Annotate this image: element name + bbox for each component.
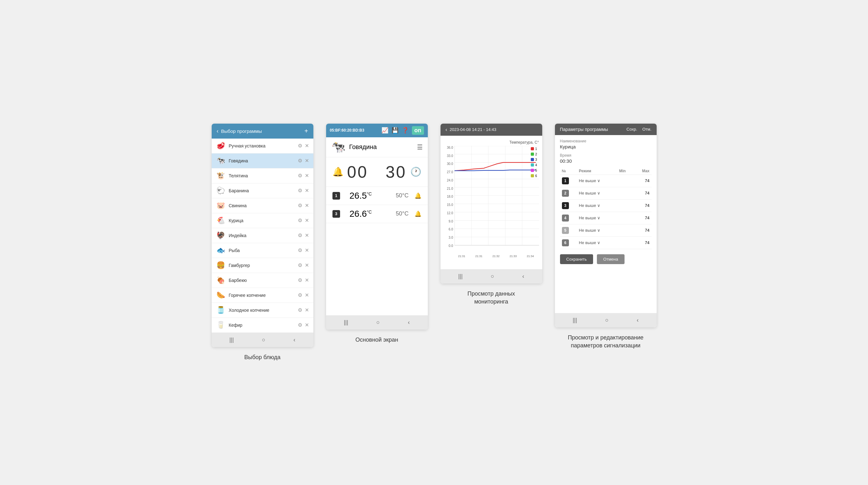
food-name-chicken: Курица — [229, 218, 294, 223]
row2-mode[interactable]: Не выше ∨ — [579, 191, 615, 195]
add-program-button[interactable]: + — [305, 127, 308, 135]
save-icon[interactable]: 💾 — [392, 127, 399, 134]
on-badge[interactable]: on — [412, 126, 424, 135]
save-button[interactable]: Сохранить — [560, 254, 593, 264]
gear-icon-cold-smoke[interactable]: ⚙ — [298, 307, 302, 313]
gear-icon-lamb[interactable]: ⚙ — [298, 187, 302, 193]
close-icon-kefir[interactable]: ✕ — [305, 322, 309, 328]
gear-icon-beef[interactable]: ⚙ — [298, 158, 302, 164]
legend-item-6: 6 — [531, 174, 537, 178]
help-icon[interactable]: ❓ — [402, 127, 409, 134]
gear-icon-fish[interactable]: ⚙ — [298, 247, 302, 253]
screen2-bottom-nav: ||| ○ ‹ — [326, 315, 428, 330]
chart-icon[interactable]: 📈 — [381, 127, 389, 134]
food-item-turkey[interactable]: 🦃 Индейка ⚙ ✕ — [212, 228, 313, 243]
food-item-lamb[interactable]: 🐑 Баранина ⚙ ✕ — [212, 183, 313, 198]
gear-icon-manual[interactable]: ⚙ — [298, 143, 302, 149]
food-icon-bbq: 🍖 — [216, 276, 226, 285]
table-row: 5 Не выше ∨ 74 — [560, 224, 652, 237]
gear-icon-pork[interactable]: ⚙ — [298, 203, 302, 209]
table-row: 3 Не выше ∨ 74 — [560, 199, 652, 212]
back-icon-4[interactable]: ‹ — [637, 317, 639, 324]
screen2-header: 05:BF:60:20:BD:B3 📈 💾 ❓ on — [326, 124, 428, 137]
gear-icon-bbq[interactable]: ⚙ — [298, 277, 302, 283]
bell-icon[interactable]: 🔔 — [333, 166, 344, 177]
menu-icon-3[interactable]: ||| — [458, 273, 463, 280]
back-icon-1[interactable]: ‹ — [293, 337, 295, 343]
food-item-fish[interactable]: 🐟 Рыба ⚙ ✕ — [212, 243, 313, 258]
chart-area: Температура, С° 36.0 33.0 30.0 27.0 24.0… — [440, 136, 542, 269]
close-icon-manual[interactable]: ✕ — [305, 143, 309, 149]
gear-icon-burger[interactable]: ⚙ — [298, 262, 302, 268]
home-icon-3[interactable]: ○ — [491, 273, 494, 280]
gear-icon-veal[interactable]: ⚙ — [298, 173, 302, 179]
gear-icon-hot-smoke[interactable]: ⚙ — [298, 292, 302, 298]
y-label-3: 3.0 — [449, 236, 453, 239]
close-icon-pork[interactable]: ✕ — [305, 203, 309, 209]
food-item-veal[interactable]: 🐮 Телятина ⚙ ✕ — [212, 169, 313, 183]
food-item-burger[interactable]: 🍔 Гамбургер ⚙ ✕ — [212, 258, 313, 273]
save-header-button[interactable]: Сохр. — [626, 127, 637, 131]
gear-icon-chicken[interactable]: ⚙ — [298, 217, 302, 223]
row6-mode[interactable]: Не выше ∨ — [579, 240, 615, 245]
food-actions-lamb: ⚙ ✕ — [298, 187, 309, 193]
legend-item-4: 4 — [531, 163, 537, 167]
close-icon-chicken[interactable]: ✕ — [305, 217, 309, 223]
cancel-header-button[interactable]: Отм. — [642, 127, 652, 131]
back-icon-2[interactable]: ‹ — [408, 319, 410, 326]
close-icon-veal[interactable]: ✕ — [305, 173, 309, 179]
food-icon-chicken: 🐔 — [216, 216, 226, 225]
back-arrow-1[interactable]: ‹ — [217, 128, 219, 134]
row3-mode[interactable]: Не выше ∨ — [579, 203, 615, 208]
sensor-alarm-icon-3[interactable]: 🔔 — [414, 210, 422, 217]
back-arrow-3[interactable]: ‹ — [445, 127, 447, 132]
y-label-0: 0.0 — [449, 244, 453, 248]
food-actions-hot-smoke: ⚙ ✕ — [298, 292, 309, 298]
menu-icon-2[interactable]: ||| — [344, 319, 348, 326]
food-item-bbq[interactable]: 🍖 Барбекю ⚙ ✕ — [212, 273, 313, 288]
cancel-button[interactable]: Отмена — [597, 254, 624, 264]
menu-icon-4[interactable]: ||| — [573, 317, 577, 324]
row5-mode[interactable]: Не выше ∨ — [579, 228, 615, 233]
home-icon-2[interactable]: ○ — [376, 319, 380, 326]
close-icon-burger[interactable]: ✕ — [305, 262, 309, 268]
table-row: 1 Не выше ∨ 74 — [560, 175, 652, 187]
close-icon-hot-smoke[interactable]: ✕ — [305, 292, 309, 298]
hamburger-menu-icon[interactable]: ☰ — [417, 143, 423, 151]
chart-inner-container: 1 2 3 4 — [455, 146, 539, 254]
row1-mode[interactable]: Не выше ∨ — [579, 178, 615, 183]
screen3-label: Просмотр данных мониторинга — [468, 290, 515, 306]
home-icon-4[interactable]: ○ — [605, 317, 609, 324]
screen1-header: ‹ Выбор программы + — [212, 124, 313, 139]
screen1: ‹ Выбор программы + 🥩 Ручная установка ⚙… — [212, 124, 313, 347]
food-name-pork: Свинина — [229, 203, 294, 208]
gear-icon-turkey[interactable]: ⚙ — [298, 232, 302, 238]
food-item-pork[interactable]: 🐷 Свинина ⚙ ✕ — [212, 198, 313, 213]
y-label-9: 9.0 — [449, 220, 453, 223]
food-item-hot-smoke[interactable]: 🌭 Горячее копчение ⚙ ✕ — [212, 288, 313, 303]
close-icon-fish[interactable]: ✕ — [305, 247, 309, 253]
row1-max: 74 — [634, 175, 652, 187]
row4-mode[interactable]: Не выше ∨ — [579, 215, 615, 220]
close-icon-bbq[interactable]: ✕ — [305, 277, 309, 283]
gear-icon-kefir[interactable]: ⚙ — [298, 322, 302, 328]
param-name-value: Курица — [560, 144, 652, 149]
food-item-beef[interactable]: 🐄 Говядина ⚙ ✕ — [212, 153, 313, 169]
food-name-lamb: Баранина — [229, 188, 294, 193]
back-icon-3[interactable]: ‹ — [522, 273, 524, 280]
food-item-manual[interactable]: 🥩 Ручная установка ⚙ ✕ — [212, 139, 313, 153]
food-item-cold-smoke[interactable]: 🫙 Холодное копчение ⚙ ✕ — [212, 303, 313, 318]
food-item-kefir[interactable]: 🥛 Кефир ⚙ ✕ — [212, 318, 313, 333]
clock-icon[interactable]: 🕐 — [410, 166, 422, 177]
row6-max: 74 — [634, 237, 652, 249]
close-icon-lamb[interactable]: ✕ — [305, 187, 309, 193]
food-item-chicken[interactable]: 🐔 Курица ⚙ ✕ — [212, 213, 313, 228]
sensor-alarm-icon-1[interactable]: 🔔 — [414, 192, 422, 199]
home-icon-1[interactable]: ○ — [262, 337, 266, 343]
food-actions-burger: ⚙ ✕ — [298, 262, 309, 268]
close-icon-turkey[interactable]: ✕ — [305, 232, 309, 238]
menu-icon-1[interactable]: ||| — [229, 337, 234, 343]
food-icon-pork: 🐷 — [216, 201, 226, 210]
close-icon-cold-smoke[interactable]: ✕ — [305, 307, 309, 313]
close-icon-beef[interactable]: ✕ — [305, 158, 309, 164]
